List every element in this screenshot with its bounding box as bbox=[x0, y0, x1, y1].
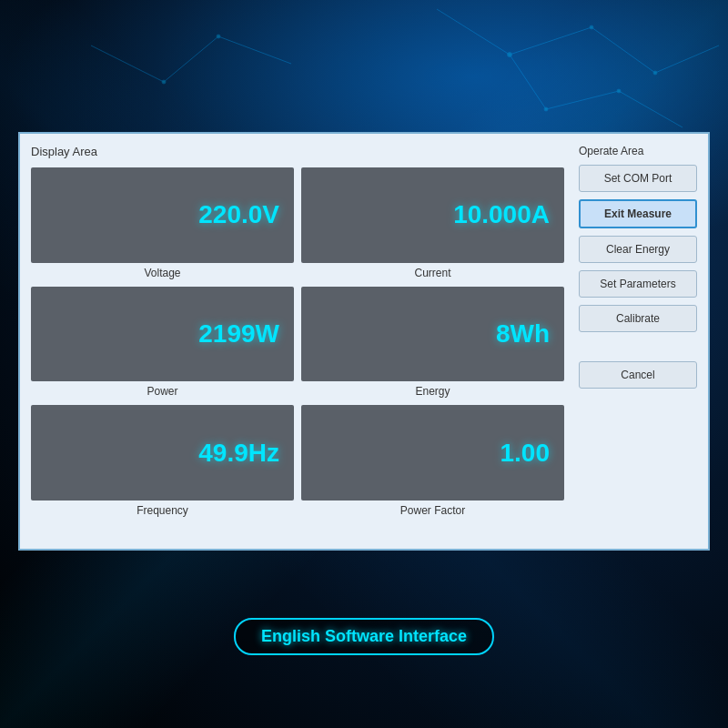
current-display: 10.000A bbox=[301, 167, 564, 263]
bottom-label-text: English Software Interface bbox=[261, 627, 467, 645]
frequency-cell: 49.9Hz Frequency bbox=[31, 405, 294, 517]
power-cell: 2199W Power bbox=[31, 287, 294, 399]
spacer bbox=[579, 339, 697, 354]
current-cell: 10.000A Current bbox=[301, 167, 564, 279]
operate-area-title: Operate Area bbox=[579, 145, 697, 157]
display-area: Display Area 220.0V Voltage 10.000A Curr… bbox=[31, 145, 564, 514]
power-factor-value: 1.00 bbox=[500, 439, 551, 468]
power-value: 2199W bbox=[198, 319, 279, 349]
current-label: Current bbox=[414, 267, 450, 279]
clear-energy-button[interactable]: Clear Energy bbox=[579, 236, 697, 263]
bottom-label-container: English Software Interface bbox=[234, 618, 494, 655]
button-group: Set COM Port Exit Measure Clear Energy S… bbox=[579, 165, 697, 389]
power-label: Power bbox=[147, 385, 177, 398]
energy-display: 8Wh bbox=[301, 287, 564, 382]
current-value: 10.000A bbox=[453, 200, 550, 229]
power-factor-display: 1.00 bbox=[301, 405, 564, 500]
voltage-cell: 220.0V Voltage bbox=[31, 167, 294, 279]
energy-value: 8Wh bbox=[496, 319, 550, 349]
power-display: 2199W bbox=[31, 287, 294, 382]
calibrate-button[interactable]: Calibrate bbox=[579, 305, 697, 332]
frequency-display: 49.9Hz bbox=[31, 405, 294, 500]
set-com-port-button[interactable]: Set COM Port bbox=[579, 165, 697, 192]
app-window: Display Area 220.0V Voltage 10.000A Curr… bbox=[18, 132, 710, 551]
metrics-grid: 220.0V Voltage 10.000A Current 2199W Pow… bbox=[31, 167, 564, 517]
voltage-display: 220.0V bbox=[31, 167, 294, 263]
exit-measure-button[interactable]: Exit Measure bbox=[579, 199, 697, 228]
voltage-label: Voltage bbox=[144, 267, 180, 279]
frequency-value: 49.9Hz bbox=[198, 439, 279, 468]
energy-label: Energy bbox=[415, 385, 450, 398]
display-area-title: Display Area bbox=[31, 145, 564, 158]
voltage-value: 220.0V bbox=[198, 200, 279, 229]
power-factor-cell: 1.00 Power Factor bbox=[301, 405, 564, 517]
cancel-button[interactable]: Cancel bbox=[579, 361, 697, 389]
operate-area: Operate Area Set COM Port Exit Measure C… bbox=[579, 145, 697, 514]
frequency-label: Frequency bbox=[136, 504, 188, 517]
power-factor-label: Power Factor bbox=[400, 504, 465, 517]
energy-cell: 8Wh Energy bbox=[301, 287, 564, 399]
set-parameters-button[interactable]: Set Parameters bbox=[579, 270, 697, 298]
